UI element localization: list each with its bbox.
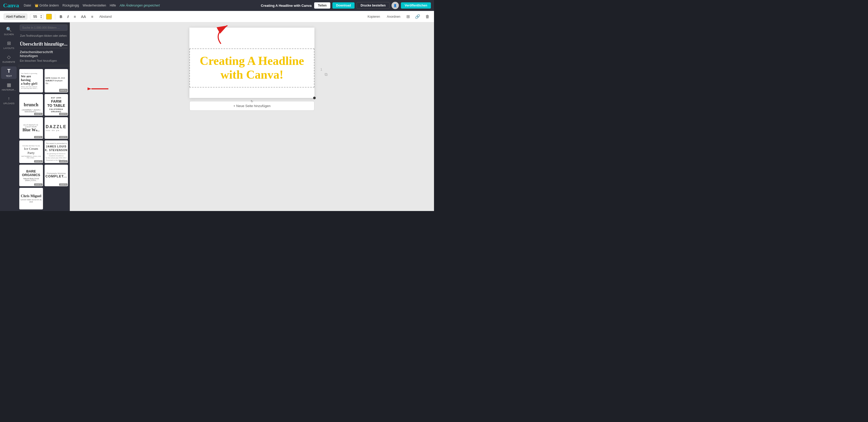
headline-text-box[interactable]: Creating A Headline with Canva!: [189, 49, 314, 88]
search-input[interactable]: [20, 25, 67, 31]
template-list: Our family is growing. We are havinga ba…: [18, 67, 69, 211]
sidebar-icons: 🔍 SUCHEN ⊞ LAYOUTS ◇ ELEMENTE T TEXT ▦ H…: [0, 22, 18, 211]
print-button[interactable]: Drucke bestellen: [356, 2, 390, 9]
sidebar-label-text: TEXT: [6, 75, 12, 78]
gratis-badge-farm: GRATIS: [59, 113, 67, 115]
template-complete-content: Photography Workshop COMPLET...: [44, 171, 68, 180]
bold-button[interactable]: B: [58, 14, 64, 19]
share-button[interactable]: Teilen: [314, 2, 330, 9]
sidebar-item-suchen[interactable]: 🔍 SUCHEN: [1, 25, 17, 37]
copy-button[interactable]: Kopieren: [366, 14, 382, 19]
background-icon: ▦: [7, 82, 11, 88]
template-dazzle[interactable]: DAZZLE eau de pa... GRATIS: [44, 117, 68, 139]
arrange-button[interactable]: Anordnen: [385, 14, 402, 19]
template-ice-cream[interactable]: YOU'RE INVITED TO AN Ice Cream Party SEP…: [19, 141, 43, 163]
template-cert[interactable]: This award is presented to JAMES LOUISK.…: [44, 141, 68, 163]
crown-icon: 👑: [35, 4, 38, 7]
grid-icon[interactable]: ⊞: [406, 13, 410, 20]
template-baby[interactable]: Our family is growing. We are havinga ba…: [19, 69, 43, 92]
case-button[interactable]: AA: [80, 14, 87, 19]
panel-divider: [18, 66, 69, 66]
align-button[interactable]: ≡: [72, 14, 77, 19]
search-icon: 🔍: [6, 27, 12, 32]
sidebar-arrow: [88, 82, 111, 95]
heading-style[interactable]: Überschrift hinzufüge...: [20, 40, 67, 48]
rotate-handle[interactable]: ↻: [251, 99, 253, 103]
sidebar-item-uploads[interactable]: ↑ UPLOADS: [1, 94, 17, 106]
template-dazzle-content: DAZZLE eau de pa...: [45, 124, 67, 131]
nav-file[interactable]: Datei: [24, 4, 31, 7]
canva-logo: Canva: [3, 2, 19, 9]
gratis-badge-brunch: GRATIS: [34, 113, 42, 115]
sidebar-label-hintergrund: HINTERGR...: [2, 89, 16, 91]
delete-icon[interactable]: 🗑: [425, 13, 430, 20]
gratis-badge-leather: GRATIS: [34, 136, 42, 138]
text-panel: Zum Texthinzufügen klicken oder ziehen: …: [18, 22, 70, 211]
color-picker[interactable]: [46, 14, 52, 20]
publish-button[interactable]: Veröffentlichen: [401, 2, 431, 9]
subheading-style[interactable]: Zwischenüberschrift hinzufügen: [20, 49, 67, 59]
nav-help[interactable]: Hilfe: [110, 4, 116, 7]
body-style[interactable]: Ein bisschen Text hinzufügen: [20, 59, 67, 63]
template-brunch[interactable]: brunch [ br(eakfast) + (l)unch ]www.brun…: [19, 94, 43, 116]
canvas-area: Creating A Headline with Canva! ↻ 1 ⧉ + …: [70, 22, 434, 211]
template-email[interactable]: DATE October 25, 2019 SUBJECT Employee O…: [44, 69, 68, 92]
sidebar-label-uploads: UPLOADS: [3, 102, 14, 105]
font-size-down[interactable]: ▼: [40, 17, 42, 19]
template-cert-content: This award is presented to JAMES LOUISK.…: [44, 142, 68, 161]
nav-menu: Datei 👑 Größe ändern Rückgängig Wiederhe…: [24, 4, 258, 7]
sidebar-item-text[interactable]: T TEXT: [1, 66, 17, 79]
text-styles-section: Überschrift hinzufüge... Zwischenübersch…: [18, 38, 69, 65]
list-button[interactable]: ≡: [90, 14, 95, 19]
text-toolbar: Abril Fatface 55 ▲ ▼ B I ≡ AA ≡ Abstand …: [0, 11, 434, 22]
canvas-bottom-space: [189, 88, 314, 98]
page-copy-button[interactable]: ⧉: [324, 72, 328, 77]
gratis-badge-complete: GRATIS: [59, 183, 67, 186]
spacing-label: Abstand: [99, 14, 112, 19]
download-button[interactable]: Download: [332, 2, 354, 9]
template-chris[interactable]: Chris Miguel GIVEN THIS AUGUST 20, 2020: [19, 188, 43, 209]
template-brunch-content: brunch: [24, 102, 38, 108]
nav-undo[interactable]: Rückgängig: [63, 4, 79, 7]
headline-text: Creating A Headline with Canva!: [196, 54, 308, 82]
avatar[interactable]: 👤: [392, 2, 399, 9]
template-leather[interactable]: AUTHENTIC LEATHER Blue Wo... GRATIS: [19, 117, 43, 139]
canvas-wrapper: Creating A Headline with Canva! ↻ 1 ⧉ + …: [189, 28, 314, 111]
main-area: 🔍 SUCHEN ⊞ LAYOUTS ◇ ELEMENTE T TEXT ▦ H…: [0, 22, 434, 211]
nav-resize[interactable]: 👑 Größe ändern: [35, 4, 59, 7]
text-icon: T: [7, 68, 10, 74]
panel-hint: Zum Texthinzufügen klicken oder ziehen:: [18, 33, 69, 38]
nav-redo[interactable]: Wiederherstellen: [83, 4, 106, 7]
template-bare-content: BAREORGANICS Natural Body Scrub150ml | 5…: [20, 168, 42, 183]
template-baby-content: Our family is growing. We are havinga ba…: [19, 71, 43, 91]
font-size-control: 55 ▲ ▼: [30, 14, 43, 20]
font-size-arrows: ▲ ▼: [40, 14, 42, 19]
template-bare[interactable]: BAREORGANICS Natural Body Scrub150ml | 5…: [19, 164, 43, 186]
template-complete[interactable]: Photography Workshop COMPLET... GRATIS: [44, 164, 68, 186]
link-icon[interactable]: 🔗: [414, 13, 421, 20]
uploads-icon: ↑: [8, 96, 10, 101]
canvas-page: Creating A Headline with Canva! ↻: [189, 28, 314, 98]
sidebar-item-elemente[interactable]: ◇ ELEMENTE: [1, 53, 17, 65]
sidebar-label-elemente: ELEMENTE: [3, 61, 16, 63]
italic-button[interactable]: I: [66, 14, 70, 19]
page-number: 1: [320, 67, 322, 71]
gratis-badge: GRATIS: [59, 89, 67, 92]
resize-handle[interactable]: [313, 97, 316, 99]
sidebar-item-layouts[interactable]: ⊞ LAYOUTS: [1, 39, 17, 51]
document-title: Creating A Headline with Canva: [261, 4, 312, 7]
font-name-selector[interactable]: Abril Fatface: [4, 13, 27, 20]
template-farm[interactable]: EST 1995 FARMTO TABLE CALIFORNIA ORGANIC…: [44, 94, 68, 116]
elements-icon: ◇: [7, 54, 11, 60]
gratis-badge-bare: GRATIS: [34, 183, 42, 186]
sidebar-item-hintergrund[interactable]: ▦ HINTERGR...: [1, 81, 17, 93]
sidebar-label-suchen: SUCHEN: [4, 33, 14, 36]
toolbar-right: Kopieren Anordnen ⊞ 🔗 🗑: [366, 13, 430, 20]
gratis-badge-cert: GRATIS: [59, 160, 67, 162]
nav-saved-status: Alle Änderungen gespeichert: [120, 4, 160, 7]
font-size-value: 55: [31, 14, 39, 19]
layouts-icon: ⊞: [7, 40, 11, 46]
template-email-content: DATE October 25, 2019 SUBJECT Employee O…: [44, 76, 68, 85]
panel-search-area: [18, 22, 69, 33]
toolbar-separator-1: [55, 14, 55, 20]
